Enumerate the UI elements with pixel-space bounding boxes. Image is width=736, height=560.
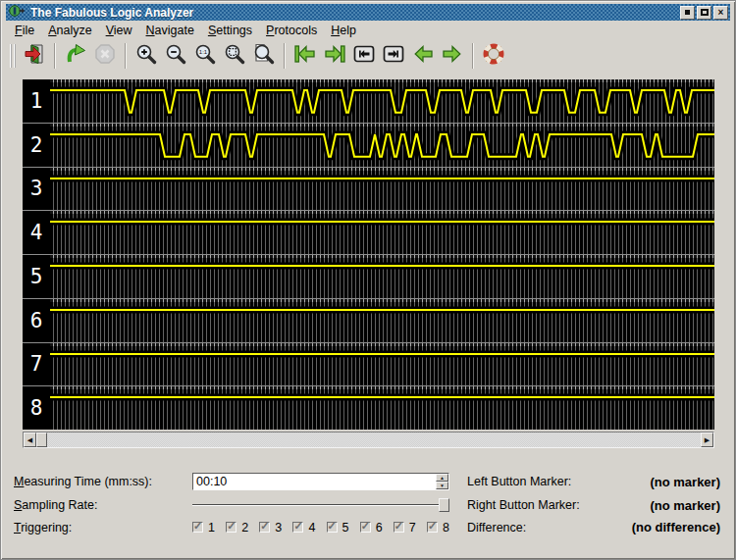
trigger-checkbox-item-1: ✓1 [192,521,215,535]
app-window: The Fabulous Logic Analyzer × FileAnalyz… [0,0,736,560]
channel-label: 7 [23,343,50,386]
measuring-time-spinbox[interactable]: ▲ ▼ [192,473,449,490]
channel-row-1: 1 [23,79,714,124]
spin-down-icon[interactable]: ▼ [436,482,448,489]
channel-waveform[interactable] [50,299,714,342]
close-button[interactable]: × [713,6,728,20]
trigger-checkbox-4: ✓ [292,522,303,533]
spin-up-icon[interactable]: ▲ [436,474,448,482]
sampling-rate-slider[interactable] [192,497,449,513]
slider-handle[interactable] [439,498,449,512]
channel-waveform[interactable] [50,255,714,298]
zoom-in-button[interactable] [131,41,161,71]
channel-row-6: 6 [23,299,714,343]
logic-analyzer-app-icon [9,3,26,23]
toolbar-separator [472,43,474,69]
zoom-in-icon [134,42,158,70]
green-arrow-left-icon [411,42,435,70]
left-marker-value: (no marker) [580,475,720,489]
menu-item-help[interactable]: Help [324,23,363,38]
lifebuoy-button[interactable] [479,41,508,71]
right-marker-label: Right Button Marker: [467,498,580,512]
trigger-checkbox-label: 7 [409,521,416,535]
scroll-right-arrow-icon: ▶ [705,436,710,444]
maximize-button[interactable] [697,6,711,20]
trigger-checkbox-label: 3 [275,521,282,535]
menu-item-analyze[interactable]: Analyze [41,23,98,38]
toolbar-drag-handle[interactable] [10,44,16,68]
channel-waveform[interactable] [50,386,714,430]
trigger-checkbox-label: 2 [241,521,248,535]
channel-waveform[interactable] [50,79,714,123]
exit-button[interactable] [20,41,49,71]
zoom-selection-button[interactable] [249,41,279,71]
zoom-out-icon [164,42,187,70]
channel-row-3: 3 [23,168,714,212]
channel-waveform[interactable] [50,343,714,386]
scrollbar-trough[interactable] [47,433,701,447]
trigger-checkbox-2: ✓ [226,522,237,533]
menu-item-settings[interactable]: Settings [201,23,259,38]
check-icon: ✓ [193,520,202,533]
measuring-time-input[interactable] [193,474,436,489]
trigger-checkbox-label: 6 [376,521,383,535]
channel-label: 4 [23,211,50,254]
svg-text:1:1: 1:1 [199,49,208,55]
trigger-checkbox-label: 4 [308,521,315,535]
view-page-right-button[interactable] [379,41,408,71]
scrollbar-left-button[interactable]: ◀ [24,433,36,447]
green-arrow-right-icon [441,42,464,70]
goto-begin-button[interactable] [290,41,320,71]
trigger-checkbox-item-2: ✓2 [226,521,248,535]
menubar: FileAnalyzeViewNavigateSettingsProtocols… [6,21,730,39]
trigger-checkbox-item-4: ✓4 [292,521,315,535]
scroll-left-button[interactable] [408,41,438,71]
trigger-checkbox-item-8: ✓8 [427,521,449,535]
curved-green-arrow-icon [64,42,87,70]
trigger-checkbox-item-7: ✓7 [394,521,416,535]
trigger-checkbox-item-6: ✓6 [360,521,383,535]
slider-groove [192,504,449,506]
scrollbar-thumb[interactable] [36,433,47,447]
menu-item-navigate[interactable]: Navigate [139,23,201,38]
zoom-fit-button[interactable] [220,41,249,71]
titlebar[interactable]: The Fabulous Logic Analyzer × [6,4,730,21]
difference-label: Difference: [467,521,580,535]
zoom-page-icon [252,42,276,70]
channel-row-2: 2 [23,124,714,168]
minimize-icon [685,10,690,15]
horizontal-scrollbar[interactable]: ◀ ▶ [23,432,714,448]
waveform-panel[interactable]: 12345678 [23,79,714,430]
stop-button [90,41,120,71]
toolbar: 1:1 [6,39,730,72]
minimize-button[interactable] [680,6,695,20]
channel-label: 2 [23,124,50,167]
zoom-one-to-one-button[interactable]: 1:1 [190,41,220,71]
scroll-left-arrow-icon: ◀ [27,436,32,444]
zoom-1-1-icon: 1:1 [193,42,217,70]
channel-waveform[interactable] [50,124,714,167]
menu-item-file[interactable]: File [8,23,41,38]
difference-value: (no difference) [580,520,720,535]
check-icon: ✓ [428,520,437,533]
check-icon: ✓ [328,520,337,533]
scrollbar-right-button[interactable]: ▶ [701,433,713,447]
menu-item-protocols[interactable]: Protocols [259,23,324,38]
view-page-left-button[interactable] [349,41,379,71]
channel-label: 1 [23,79,50,123]
menu-item-view[interactable]: View [99,23,139,38]
boxed-arrow-left-icon [352,42,376,70]
channel-waveform[interactable] [50,211,714,254]
channel-label: 3 [23,168,50,211]
triggering-label: Triggering: [14,521,192,535]
scroll-right-button[interactable] [438,41,467,71]
resume-button[interactable] [61,41,90,71]
boxed-arrow-right-icon [382,42,405,70]
goto-end-button[interactable] [320,41,349,71]
channel-row-7: 7 [23,343,714,387]
toolbar-separator [54,43,56,69]
check-icon: ✓ [293,520,302,533]
channel-waveform[interactable] [50,168,714,211]
zoom-out-button[interactable] [161,41,190,71]
trigger-checkbox-label: 8 [443,521,449,535]
